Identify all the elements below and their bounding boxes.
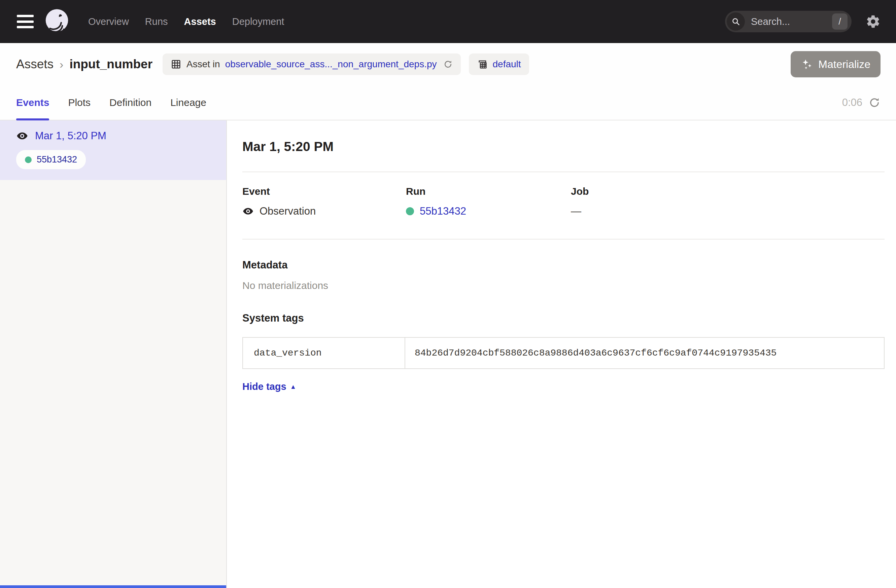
run-id-link[interactable]: 55b13432 <box>420 205 466 217</box>
tag-key-cell: data_version <box>243 338 405 368</box>
repo-pill: default <box>469 53 529 75</box>
nav-item-deployment[interactable]: Deployment <box>232 16 284 27</box>
run-id-badge[interactable]: 55b13432 <box>16 150 86 169</box>
search-box[interactable]: / <box>725 11 852 32</box>
materialize-button[interactable]: Materialize <box>791 51 881 77</box>
repo-icon <box>477 59 488 70</box>
auto-refresh-control: 0:06 <box>842 97 881 109</box>
tabs-row: Events Plots Definition Lineage 0:06 <box>0 85 896 120</box>
refresh-countdown: 0:06 <box>842 97 862 109</box>
tab-definition[interactable]: Definition <box>110 85 151 120</box>
run-status-dot <box>406 207 414 215</box>
nav-item-overview[interactable]: Overview <box>88 16 129 27</box>
search-input[interactable] <box>745 16 832 27</box>
nav-item-runs[interactable]: Runs <box>145 16 168 27</box>
repo-default-link[interactable]: default <box>493 59 521 70</box>
run-status-dot <box>25 156 32 163</box>
event-detail-title: Mar 1, 5:20 PM <box>242 139 885 154</box>
divider <box>242 239 885 240</box>
metadata-heading: Metadata <box>242 259 885 271</box>
materialize-label: Materialize <box>818 58 870 71</box>
nav-item-assets[interactable]: Assets <box>184 16 216 27</box>
job-empty-value: — <box>571 205 581 217</box>
event-timestamp-link[interactable]: Mar 1, 5:20 PM <box>35 130 107 142</box>
hide-tags-link[interactable]: Hide tags ▲ <box>242 381 296 392</box>
asset-name-title: input_number <box>69 57 152 71</box>
search-icon <box>727 12 745 30</box>
tag-value-cell: 84b26d7d9204cbf588026c8a9886d403a6c9637c… <box>405 338 884 368</box>
hide-tags-label: Hide tags <box>242 381 286 392</box>
asset-definition-pill: Asset in observable_source_ass..._non_ar… <box>163 53 460 75</box>
job-column-header: Job <box>571 186 589 197</box>
search-shortcut-badge: / <box>832 14 847 30</box>
top-navbar: Overview Runs Assets Deployment / <box>0 0 896 43</box>
system-tags-heading: System tags <box>242 312 885 324</box>
tab-events[interactable]: Events <box>16 85 49 120</box>
sparkles-icon <box>801 58 813 70</box>
metadata-empty-text: No materializations <box>242 280 885 291</box>
event-summary-columns: Event Observation Run 55b13432 <box>242 186 885 217</box>
tab-lineage[interactable]: Lineage <box>170 85 206 120</box>
dagster-app: Overview Runs Assets Deployment / Assets… <box>0 0 896 588</box>
observation-eye-icon <box>242 205 254 217</box>
content-area: Mar 1, 5:20 PM 55b13432 Mar 1, 5:20 PM E… <box>0 120 896 588</box>
run-column-header: Run <box>406 186 571 197</box>
asset-grid-icon <box>171 59 181 70</box>
event-type-value: Observation <box>259 205 316 217</box>
event-list-item[interactable]: Mar 1, 5:20 PM 55b13432 <box>0 120 226 180</box>
event-column-header: Event <box>242 186 406 197</box>
caret-up-icon: ▲ <box>290 383 297 390</box>
dagster-octopus-icon <box>43 8 71 35</box>
system-tags-table: data_version 84b26d7d9204cbf588026c8a988… <box>242 337 885 369</box>
tab-plots[interactable]: Plots <box>68 85 91 120</box>
divider <box>242 172 885 172</box>
event-list-sidebar: Mar 1, 5:20 PM 55b13432 <box>0 120 227 588</box>
settings-gear-icon[interactable] <box>866 14 881 29</box>
dagster-logo[interactable] <box>43 8 71 35</box>
asset-definition-file-link[interactable]: observable_source_ass..._non_argument_de… <box>225 59 437 70</box>
event-detail-panel: Mar 1, 5:20 PM Event Observation Run <box>227 120 896 588</box>
observation-eye-icon <box>16 130 28 142</box>
reload-definition-icon[interactable] <box>443 59 453 69</box>
refresh-icon[interactable] <box>869 97 881 109</box>
primary-nav: Overview Runs Assets Deployment <box>88 16 284 27</box>
breadcrumb-row: Assets › input_number Asset in observabl… <box>0 43 896 85</box>
sidebar-loading-bar <box>0 585 226 588</box>
chevron-right-icon: › <box>59 58 63 71</box>
asset-definition-prefix: Asset in <box>186 59 220 70</box>
menu-icon[interactable] <box>17 15 34 28</box>
breadcrumb-assets-link[interactable]: Assets <box>16 57 53 71</box>
run-id-text: 55b13432 <box>37 154 77 165</box>
